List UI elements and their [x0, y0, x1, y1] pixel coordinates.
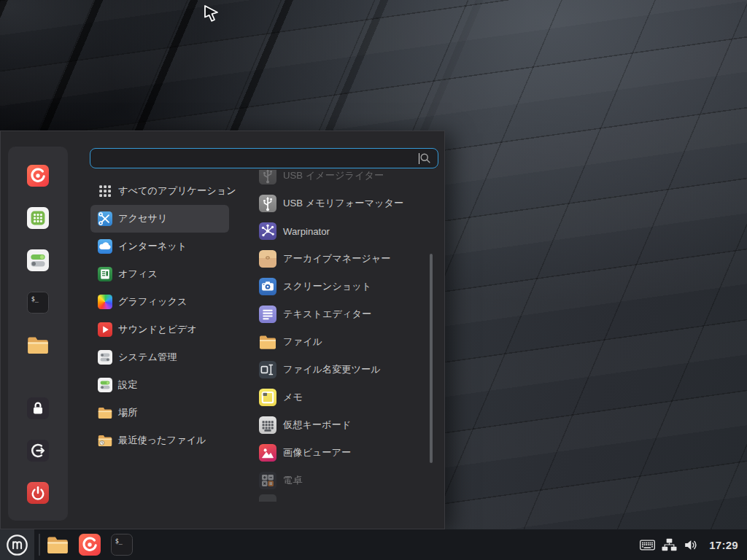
mouse-cursor	[204, 4, 220, 23]
app-item-screenshot[interactable]: スクリーンショット	[249, 273, 440, 300]
apps-grid-icon	[98, 184, 112, 198]
app-label: Warpinator	[283, 226, 330, 237]
app-label: スクリーンショット	[283, 280, 371, 293]
category-label: サウンドとビデオ	[118, 323, 197, 336]
app-item-next-app-partial[interactable]	[249, 494, 440, 502]
tray-volume[interactable]	[684, 537, 699, 552]
linux-mint-logo-icon	[6, 534, 28, 556]
system-admin-icon	[98, 350, 112, 365]
terminal-icon: $_	[27, 292, 49, 314]
shutdown-icon	[27, 482, 49, 504]
text-editor-icon	[259, 306, 276, 323]
category-label: オフィス	[118, 268, 158, 281]
places-icon	[98, 405, 112, 420]
sidebar-item-terminal[interactable]: $_	[27, 292, 49, 314]
graphics-icon	[98, 295, 112, 309]
app-label: ファイル名変更ツール	[283, 363, 381, 376]
system-settings-icon	[27, 249, 49, 271]
category-label: すべてのアプリケーション	[118, 184, 236, 198]
app-label: アーカイブマネージャー	[283, 252, 391, 265]
category-all-applications[interactable]: すべてのアプリケーション	[90, 177, 229, 205]
firefox-icon	[27, 165, 49, 187]
usb-formatter-icon	[259, 195, 276, 212]
svg-text:$_: $_	[31, 295, 39, 303]
system-tray: 17:29	[640, 537, 747, 552]
menu-button[interactable]	[0, 529, 34, 560]
category-label: システム管理	[118, 351, 177, 364]
app-label: メモ	[283, 391, 303, 404]
notes-icon	[259, 389, 276, 406]
terminal-icon: $_	[111, 534, 133, 556]
accessories-icon	[98, 211, 112, 226]
sidebar-item-logout[interactable]	[27, 440, 49, 462]
sidebar-item-shutdown[interactable]	[27, 482, 49, 504]
lock-icon	[27, 397, 49, 419]
search-input[interactable]	[90, 153, 747, 164]
application-menu: $_ すべてのアプリケーションアクセサリインターネットオフィスグラフィックスサウ…	[0, 131, 445, 529]
tray-keyboard-layout[interactable]	[640, 537, 655, 552]
category-label: グラフィックス	[118, 295, 187, 308]
app-item-file-renamer[interactable]: ファイル名変更ツール	[249, 356, 440, 384]
app-item-usb-stick-formatter[interactable]: USB メモリフォーマッター	[249, 190, 440, 217]
app-label: 仮想キーボード	[283, 419, 351, 432]
desktop: $_ すべてのアプリケーションアクセサリインターネットオフィスグラフィックスサウ…	[0, 0, 747, 560]
preferences-icon	[98, 378, 112, 392]
app-item-archive-manager[interactable]: アーカイブマネージャー	[249, 245, 440, 273]
office-icon	[98, 267, 112, 281]
logout-icon	[27, 440, 49, 462]
app-item-notes[interactable]: メモ	[249, 384, 440, 411]
sidebar-item-system-settings[interactable]	[27, 249, 49, 271]
category-label: インターネット	[118, 240, 187, 253]
category-internet[interactable]: インターネット	[90, 233, 229, 260]
category-label: 最近使ったファイル	[118, 434, 206, 447]
files-icon	[259, 333, 276, 351]
category-administration[interactable]: システム管理	[90, 343, 229, 371]
sidebar-item-files[interactable]	[27, 334, 49, 356]
sidebar-item-web-browser[interactable]	[27, 165, 49, 187]
recent-icon	[98, 433, 112, 448]
app-item-text-editor[interactable]: テキストエディター	[249, 300, 440, 328]
menu-favorites-sidebar: $_	[8, 147, 68, 521]
category-office[interactable]: オフィス	[90, 260, 229, 288]
app-item-usb-image-writer[interactable]: USB イメージライター	[249, 170, 440, 190]
screenshot-icon	[259, 278, 276, 295]
category-label: 場所	[118, 406, 137, 419]
category-places[interactable]: 場所	[90, 399, 229, 427]
panel-separator	[39, 534, 40, 556]
app-item-virtual-keyboard[interactable]: 仮想キーボード	[249, 411, 440, 439]
tray-network[interactable]	[662, 537, 677, 552]
category-sound-and-video[interactable]: サウンドとビデオ	[90, 316, 229, 343]
category-accessories[interactable]: アクセサリ	[90, 205, 229, 233]
panel-launcher-files[interactable]	[47, 534, 69, 556]
files-folder-icon	[27, 334, 49, 356]
search-box[interactable]	[90, 148, 438, 168]
panel-launcher-web-browser[interactable]	[79, 534, 101, 556]
category-preferences[interactable]: 設定	[90, 371, 229, 399]
image-viewer-icon	[259, 444, 276, 462]
clock[interactable]: 17:29	[709, 539, 738, 551]
application-list: USB イメージライターUSB メモリフォーマッターWarpinatorアーカイ…	[249, 170, 440, 502]
taskbar-panel: $_ 17:29	[0, 529, 747, 560]
app-item-calculator[interactable]: 電卓	[249, 467, 440, 494]
app-label: USB イメージライター	[283, 170, 384, 182]
category-label: 設定	[118, 378, 137, 392]
warpinator-icon	[259, 222, 276, 240]
sound-video-icon	[98, 322, 112, 337]
search-icon	[419, 152, 431, 164]
app-item-warpinator[interactable]: Warpinator	[249, 217, 440, 245]
software-manager-icon	[27, 207, 49, 229]
sidebar-item-software-manager[interactable]	[27, 207, 49, 229]
app-label: USB メモリフォーマッター	[283, 197, 403, 210]
sidebar-item-lock-screen[interactable]	[27, 397, 49, 419]
panel-launcher-terminal[interactable]: $_	[111, 534, 133, 556]
app-item-files[interactable]: ファイル	[249, 328, 440, 356]
archive-manager-icon	[259, 250, 276, 268]
app-item-image-viewer[interactable]: 画像ビューアー	[249, 439, 440, 467]
svg-text:$_: $_	[115, 537, 123, 545]
app-label: 電卓	[283, 474, 302, 487]
category-recent-files[interactable]: 最近使ったファイル	[90, 427, 229, 454]
next-app-sliver-icon	[259, 494, 276, 502]
rename-tool-icon	[259, 361, 276, 378]
category-graphics[interactable]: グラフィックス	[90, 288, 229, 316]
usb-writer-icon	[259, 170, 276, 184]
